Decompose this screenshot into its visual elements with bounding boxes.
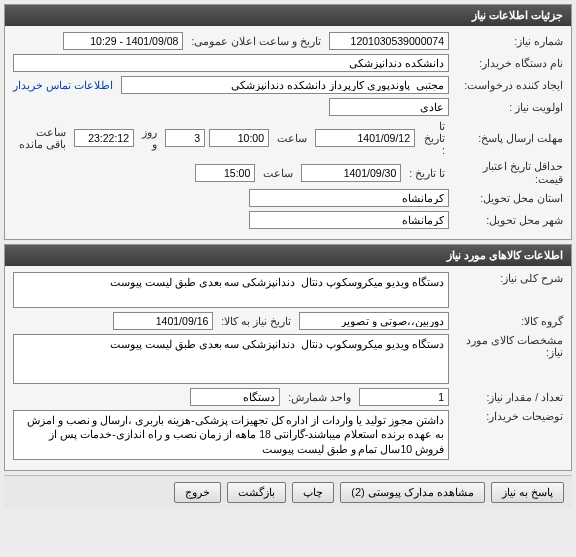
to-date-label: تا تاریخ : <box>423 120 445 156</box>
buyer-notes-label: توضیحات خریدار: <box>453 410 563 422</box>
buyer-field[interactable] <box>13 54 449 72</box>
unit-label: واحد شمارش: <box>288 391 351 403</box>
delivery-prov-field[interactable] <box>249 189 449 207</box>
validity-date-field[interactable] <box>301 164 401 182</box>
group-field[interactable] <box>299 312 449 330</box>
need-details-panel: جزئیات اطلاعات نیاز شماره نیاز: تاریخ و … <box>4 4 572 240</box>
spec-field[interactable] <box>13 334 449 384</box>
request-no-field[interactable] <box>329 32 449 50</box>
buyer-notes-field[interactable] <box>13 410 449 460</box>
priority-label: اولویت نیاز : <box>453 101 563 113</box>
qty-field[interactable] <box>359 388 449 406</box>
need-date-label: تاریخ نیاز به کالا: <box>221 315 291 327</box>
need-date-field[interactable] <box>113 312 213 330</box>
request-no-label: شماره نیاز: <box>453 35 563 47</box>
print-button[interactable]: چاپ <box>292 482 334 503</box>
goods-info-panel: اطلاعات کالاهای مورد نیاز شرح کلی نیاز: … <box>4 244 572 471</box>
deadline-label: مهلت ارسال پاسخ: <box>453 132 563 144</box>
attachments-button[interactable]: مشاهده مدارک پیوستی (2) <box>340 482 485 503</box>
days-and-label: روز و <box>142 126 157 150</box>
desc-field[interactable] <box>13 272 449 307</box>
time-label-1: ساعت <box>277 132 307 144</box>
delivery-prov-label: استان محل تحویل: <box>453 192 563 204</box>
validity-time-field[interactable] <box>195 164 255 182</box>
time-label-2: ساعت <box>263 167 293 179</box>
unit-field[interactable] <box>190 388 280 406</box>
to-date-field[interactable] <box>315 129 415 147</box>
announce-label: تاریخ و ساعت اعلان عمومی: <box>191 35 321 47</box>
reply-button[interactable]: پاسخ به نیاز <box>491 482 564 503</box>
validity-label: حداقل تاریخ اعتبار قیمت: <box>453 160 563 185</box>
remaining-label: ساعت باقی مانده <box>17 126 66 150</box>
creator-label: ایجاد کننده درخواست: <box>453 79 563 91</box>
panel1-body: شماره نیاز: تاریخ و ساعت اعلان عمومی: نا… <box>5 26 571 239</box>
exit-button[interactable]: خروج <box>174 482 221 503</box>
delivery-city-label: شهر محل تحویل: <box>453 214 563 226</box>
panel1-header: جزئیات اطلاعات نیاز <box>5 5 571 26</box>
contact-link[interactable]: اطلاعات تماس خریدار <box>13 79 113 91</box>
back-button[interactable]: بازگشت <box>227 482 286 503</box>
panel2-header: اطلاعات کالاهای مورد نیاز <box>5 245 571 266</box>
priority-field[interactable] <box>329 98 449 116</box>
panel2-body: شرح کلی نیاز: گروه کالا: تاریخ نیاز به ک… <box>5 266 571 470</box>
group-label: گروه کالا: <box>453 315 563 327</box>
to-time-field[interactable] <box>209 129 269 147</box>
delivery-city-field[interactable] <box>249 211 449 229</box>
days-field <box>165 129 205 147</box>
to-date-label-2: تا تاریخ : <box>409 167 445 179</box>
creator-field[interactable] <box>121 76 449 94</box>
buyer-label: نام دستگاه خریدار: <box>453 57 563 69</box>
spec-label: مشخصات کالای مورد نیاز: <box>453 334 563 358</box>
button-bar: پاسخ به نیاز مشاهده مدارک پیوستی (2) چاپ… <box>4 475 572 509</box>
countdown-field <box>74 129 134 147</box>
announce-field[interactable] <box>63 32 183 50</box>
qty-label: تعداد / مقدار نیاز: <box>453 391 563 403</box>
desc-label: شرح کلی نیاز: <box>453 272 563 284</box>
